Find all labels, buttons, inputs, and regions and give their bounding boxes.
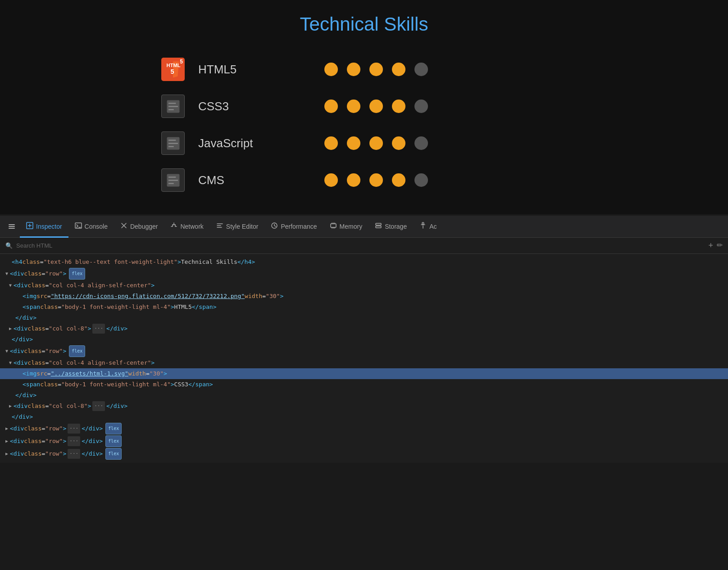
memory-icon [330, 222, 337, 231]
html-line[interactable]: ▼<div class="col col-4 align-self-center… [0, 357, 728, 368]
html-line[interactable]: ▶<div class="row">···</div>flex [0, 448, 728, 460]
svg-rect-22 [376, 223, 381, 225]
svg-rect-11 [168, 146, 174, 147]
svg-text:5: 5 [170, 68, 174, 75]
svg-rect-9 [168, 143, 178, 144]
search-input[interactable] [16, 242, 705, 249]
html-line[interactable]: ▼<div class="row">flex [0, 345, 728, 357]
devtools-tab-memory[interactable]: Memory [323, 216, 369, 238]
dot-empty [414, 136, 428, 150]
html-line[interactable]: </div> [0, 390, 728, 401]
dot-filled [369, 100, 383, 113]
dot-filled [347, 63, 360, 76]
storage-icon [375, 222, 382, 231]
devtools-tab-debugger[interactable]: Debugger [114, 216, 164, 238]
devtools-options-icon[interactable] [4, 216, 20, 237]
expand-arrow[interactable]: ▶ [5, 424, 8, 434]
dot-filled [347, 136, 360, 150]
svg-point-24 [422, 222, 424, 224]
skill-row: CMS [161, 164, 567, 196]
svg-rect-17 [9, 226, 15, 227]
dot-filled [369, 173, 383, 187]
skill-name: CSS3 [198, 100, 288, 113]
expand-arrow[interactable]: ▶ [9, 324, 12, 334]
collapse-arrow[interactable]: ▼ [5, 269, 8, 279]
dot-empty [414, 63, 428, 76]
html-line[interactable]: ▶<div class="col col-8">···</div> [0, 323, 728, 334]
skill-row: HTML 5 HTML5 [161, 53, 567, 86]
skill-rating-dots [324, 173, 428, 187]
svg-rect-21 [331, 224, 336, 227]
skill-name: CMS [198, 173, 288, 187]
html-line[interactable]: <h4 class="text-h6 blue--text font-weigh… [0, 257, 728, 267]
expand-arrow[interactable]: ▶ [5, 449, 8, 459]
html-line[interactable]: <span class="body-1 font-weight-light ml… [0, 302, 728, 312]
html-inspector-panel[interactable]: <h4 class="text-h6 blue--text font-weigh… [0, 254, 728, 463]
devtools-tab-accessibility[interactable]: Ac [413, 216, 443, 238]
devtools-tabs: InspectorConsoleDebuggerNetworkStyle Edi… [20, 216, 443, 237]
svg-rect-5 [168, 106, 178, 107]
expand-arrow[interactable]: ▶ [5, 436, 8, 446]
collapse-arrow[interactable]: ▼ [9, 280, 12, 290]
devtools-tab-performance[interactable]: Performance [264, 216, 323, 238]
network-icon [170, 222, 177, 231]
html-line[interactable]: </div> [0, 334, 728, 345]
dot-filled [392, 100, 405, 113]
skill-rating-dots [324, 63, 428, 76]
html-line[interactable]: ▼<div class="row">flex [0, 267, 728, 280]
dot-filled [347, 100, 360, 113]
dot-filled [324, 63, 338, 76]
html-line[interactable]: </div> [0, 312, 728, 323]
collapse-arrow[interactable]: ▼ [5, 346, 8, 356]
skill-rating-dots [324, 100, 428, 113]
dot-filled [324, 136, 338, 150]
svg-rect-23 [376, 226, 381, 228]
html-line[interactable]: ▼<div class="col col-4 align-self-center… [0, 280, 728, 291]
devtools-tab-console[interactable]: Console [68, 216, 114, 238]
skill-icon-cms [161, 168, 185, 192]
html-line[interactable]: ▶<div class="row">···</div>flex [0, 422, 728, 435]
flex-badge: flex [105, 448, 122, 460]
svg-text:HTML: HTML [167, 63, 181, 68]
html-line[interactable]: <img src="../assets/html-1.svg" width="3… [0, 368, 728, 379]
html-line[interactable]: ▶<div class="col col-8">···</div> [0, 401, 728, 412]
svg-rect-7 [168, 109, 174, 110]
html-line[interactable]: <span class="body-1 font-weight-light ml… [0, 379, 728, 390]
devtools-tab-label: Style Editor [226, 223, 259, 230]
flex-badge: flex [69, 268, 85, 280]
devtools-tab-label: Network [180, 223, 203, 230]
html-line[interactable]: <img src="https://cdn-icons-png.flaticon… [0, 291, 728, 302]
skills-list: HTML 5 HTML5 CSS3 JavaScript CMS [161, 49, 567, 201]
debugger-icon [120, 222, 127, 231]
collapse-arrow[interactable]: ▼ [9, 358, 12, 368]
accessibility-icon [419, 222, 427, 231]
devtools-tab-style-editor[interactable]: Style Editor [210, 216, 265, 238]
devtools-tab-label: Console [85, 223, 108, 230]
svg-rect-15 [168, 183, 174, 184]
devtools-tab-network[interactable]: Network [164, 216, 209, 238]
page-title: Technical Skills [300, 14, 428, 35]
devtools-tab-inspector[interactable]: Inspector [20, 216, 68, 238]
html-line[interactable]: </div> [0, 412, 728, 422]
svg-rect-10 [168, 140, 176, 140]
devtools-tab-label: Memory [340, 223, 363, 230]
eyedropper-icon[interactable]: ✏ [717, 241, 723, 250]
dot-filled [324, 173, 338, 187]
skill-rating-dots [324, 136, 428, 150]
dot-empty [414, 173, 428, 187]
inspector-icon [26, 222, 33, 231]
devtools-tab-label: Performance [281, 223, 317, 230]
svg-rect-16 [9, 224, 15, 225]
expand-arrow[interactable]: ▶ [9, 401, 12, 411]
svg-rect-6 [168, 103, 176, 104]
style-editor-icon [216, 222, 223, 231]
dot-filled [392, 63, 405, 76]
devtools-tab-label: Debugger [130, 223, 158, 230]
performance-icon [271, 222, 278, 231]
add-node-icon[interactable]: + [708, 241, 713, 250]
flex-badge: flex [105, 435, 122, 447]
devtools-tab-storage[interactable]: Storage [369, 216, 413, 238]
html-line[interactable]: ▶<div class="row">···</div>flex [0, 435, 728, 448]
dot-filled [369, 136, 383, 150]
svg-rect-13 [168, 180, 178, 181]
